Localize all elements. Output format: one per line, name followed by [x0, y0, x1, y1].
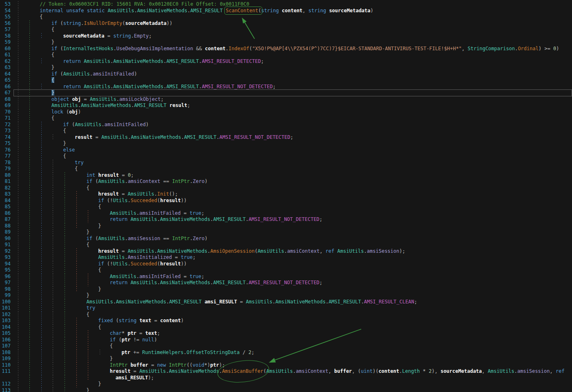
line-number[interactable]: 113 — [0, 388, 11, 392]
code-line-73[interactable]: 73{ — [0, 128, 572, 134]
line-number[interactable]: 100 — [0, 299, 11, 305]
code-line-103[interactable]: 103fixed (string text = content) — [0, 318, 572, 324]
line-number[interactable]: 92 — [0, 248, 11, 255]
code-line-56[interactable]: 56if (string.IsNullOrEmpty(sourceMetadat… — [0, 20, 572, 27]
line-number[interactable]: 73 — [0, 128, 11, 134]
code-line-113[interactable]: 113} — [0, 388, 572, 392]
line-number[interactable]: 85 — [0, 204, 11, 210]
line-number[interactable]: 78 — [0, 160, 11, 166]
line-number[interactable]: 101 — [0, 305, 11, 312]
code-line-wrap[interactable]: amsi_RESULT); — [0, 375, 572, 381]
code-line-76[interactable]: 76else — [0, 147, 572, 154]
line-number[interactable]: 67 — [0, 90, 11, 96]
code-line-69[interactable]: 69AmsiUtils.AmsiNativeMethods.AMSI_RESUL… — [0, 102, 572, 109]
line-number[interactable]: 95 — [0, 267, 11, 274]
line-number[interactable]: 68 — [0, 96, 11, 103]
code-line-98[interactable]: 98} — [0, 286, 572, 293]
line-number[interactable]: 91 — [0, 242, 11, 248]
line-number[interactable]: 80 — [0, 172, 11, 179]
code-line-108[interactable]: 108ptr += RuntimeHelpers.OffsetToStringD… — [0, 350, 572, 356]
code-line-88[interactable]: 88} — [0, 223, 572, 229]
code-line-107[interactable]: 107{ — [0, 343, 572, 350]
code-line-105[interactable]: 105char* ptr = text; — [0, 330, 572, 337]
code-line-94[interactable]: 94if (!Utils.Succeeded(hresult)) — [0, 261, 572, 267]
code-line-110[interactable]: 110IntPtr buffer = new IntPtr((void*)ptr… — [0, 362, 572, 369]
line-number[interactable]: 60 — [0, 46, 11, 52]
code-line-63[interactable]: 63} — [0, 65, 572, 71]
code-line-84[interactable]: 84if (!Utils.Succeeded(hresult)) — [0, 198, 572, 204]
code-line-97[interactable]: 97return AmsiUtils.AmsiNativeMethods.AMS… — [0, 280, 572, 286]
code-line-78[interactable]: 78try — [0, 160, 572, 166]
code-line-92[interactable]: 92hresult = AmsiUtils.AmsiNativeMethods.… — [0, 248, 572, 255]
line-number[interactable]: 55 — [0, 14, 11, 20]
code-line-93[interactable]: 93AmsiUtils.AmsiInitialized = true; — [0, 254, 572, 261]
code-line-53[interactable]: 53// Token: 0x06003CF1 RID: 15601 RVA: 0… — [0, 1, 572, 8]
line-number[interactable]: 81 — [0, 178, 11, 185]
code-line-82[interactable]: 82{ — [0, 185, 572, 192]
line-number[interactable]: 109 — [0, 356, 11, 362]
line-number[interactable]: 90 — [0, 236, 11, 242]
line-number[interactable]: 106 — [0, 337, 11, 343]
code-line-74[interactable]: 74result = AmsiUtils.AmsiNativeMethods.A… — [0, 134, 572, 141]
line-number[interactable]: 94 — [0, 261, 11, 267]
line-number[interactable]: 54 — [0, 8, 11, 14]
code-line-72[interactable]: 72if (AmsiUtils.amsiInitFailed) — [0, 122, 572, 128]
line-number[interactable]: 64 — [0, 71, 11, 78]
line-number[interactable]: 61 — [0, 52, 11, 58]
code-line-75[interactable]: 75} — [0, 140, 572, 147]
line-number[interactable]: 56 — [0, 20, 11, 27]
line-number[interactable]: 75 — [0, 140, 11, 147]
code-line-87[interactable]: 87return AmsiUtils.AmsiNativeMethods.AMS… — [0, 216, 572, 223]
line-number[interactable]: 58 — [0, 33, 11, 40]
code-line-89[interactable]: 89} — [0, 229, 572, 236]
line-number[interactable]: 82 — [0, 185, 11, 192]
code-line-55[interactable]: 55{ — [0, 14, 572, 20]
code-line-109[interactable]: 109} — [0, 356, 572, 362]
line-number[interactable]: 98 — [0, 286, 11, 293]
code-line-85[interactable]: 85{ — [0, 204, 572, 210]
code-line-79[interactable]: 79{ — [0, 166, 572, 172]
line-number[interactable]: 107 — [0, 343, 11, 350]
code-line-111[interactable]: 111hresult = AmsiUtils.AmsiNativeMethods… — [0, 368, 572, 375]
decompiler-code-view[interactable]: 53// Token: 0x06003CF1 RID: 15601 RVA: 0… — [0, 0, 572, 392]
code-line-96[interactable]: 96AmsiUtils.amsiInitFailed = true; — [0, 274, 572, 280]
line-number[interactable]: 112 — [0, 381, 11, 388]
code-line-67[interactable]: 67} — [0, 90, 572, 96]
code-line-62[interactable]: 62return AmsiUtils.AmsiNativeMethods.AMS… — [0, 58, 572, 65]
line-number[interactable]: 72 — [0, 122, 11, 128]
code-line-71[interactable]: 71{ — [0, 115, 572, 122]
code-line-112[interactable]: 112} — [0, 381, 572, 388]
code-line-80[interactable]: 80int hresult = 0; — [0, 172, 572, 179]
line-number[interactable]: 59 — [0, 39, 11, 46]
line-number[interactable]: 97 — [0, 280, 11, 286]
line-number[interactable]: 66 — [0, 84, 11, 90]
code-line-58[interactable]: 58sourceMetadata = string.Empty; — [0, 33, 572, 40]
code-line-83[interactable]: 83hresult = AmsiUtils.Init(); — [0, 191, 572, 198]
code-line-86[interactable]: 86AmsiUtils.amsiInitFailed = true; — [0, 210, 572, 217]
code-line-70[interactable]: 70lock (obj) — [0, 109, 572, 116]
line-number[interactable]: 96 — [0, 274, 11, 280]
code-line-68[interactable]: 68object obj = AmsiUtils.amsiLockObject; — [0, 96, 572, 103]
line-number[interactable]: 74 — [0, 134, 11, 141]
code-line-99[interactable]: 99} — [0, 292, 572, 299]
line-number[interactable]: 53 — [0, 1, 11, 8]
line-number[interactable]: 62 — [0, 58, 11, 65]
line-number[interactable]: 103 — [0, 318, 11, 324]
line-number[interactable]: 110 — [0, 362, 11, 369]
line-number[interactable]: 105 — [0, 330, 11, 337]
code-line-59[interactable]: 59} — [0, 39, 572, 46]
line-number[interactable]: 76 — [0, 147, 11, 154]
code-line-90[interactable]: 90if (AmsiUtils.amsiSession == IntPtr.Ze… — [0, 236, 572, 242]
line-number[interactable]: 83 — [0, 191, 11, 198]
line-number[interactable]: 89 — [0, 229, 11, 236]
line-number[interactable]: 79 — [0, 166, 11, 172]
line-number[interactable]: 102 — [0, 312, 11, 318]
code-line-102[interactable]: 102{ — [0, 312, 572, 318]
code-line-66[interactable]: 66return AmsiUtils.AmsiNativeMethods.AMS… — [0, 84, 572, 90]
line-number[interactable]: 57 — [0, 27, 11, 33]
code-line-64[interactable]: 64if (AmsiUtils.amsiInitFailed) — [0, 71, 572, 78]
code-line-57[interactable]: 57{ — [0, 27, 572, 33]
code-line-81[interactable]: 81if (AmsiUtils.amsiContext == IntPtr.Ze… — [0, 178, 572, 185]
code-line-91[interactable]: 91{ — [0, 242, 572, 248]
line-number[interactable]: 93 — [0, 254, 11, 261]
